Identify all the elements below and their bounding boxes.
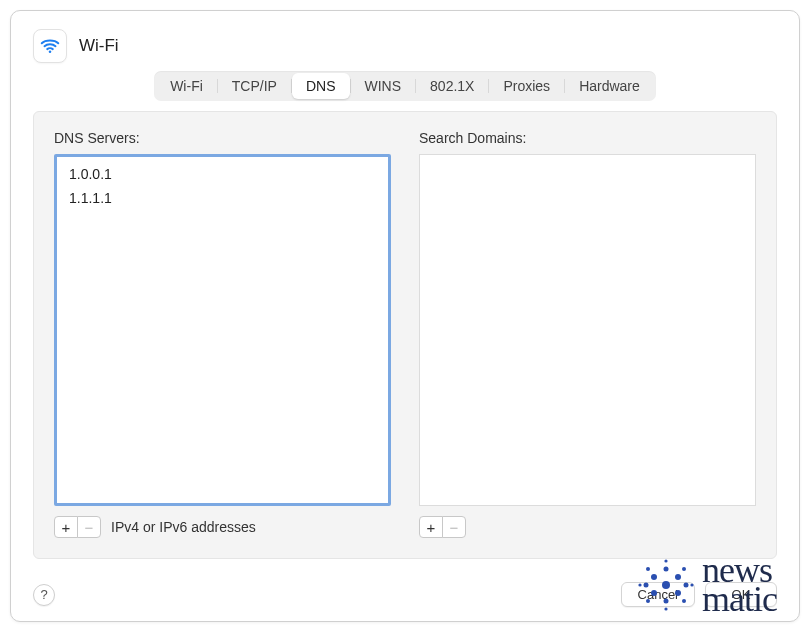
add-search-domain-button[interactable]: + — [419, 516, 443, 538]
help-icon: ? — [40, 587, 47, 602]
tab-hardware[interactable]: Hardware — [565, 73, 654, 99]
minus-icon: − — [85, 520, 94, 535]
action-buttons: Cancel OK — [621, 582, 777, 607]
dns-servers-column: DNS Servers: 1.0.0.1 1.1.1.1 + − IPv4 or… — [54, 130, 391, 538]
search-domains-add-remove-group: + − — [419, 516, 466, 538]
svg-point-15 — [664, 607, 667, 610]
dns-controls-row: + − IPv4 or IPv6 addresses — [54, 516, 391, 538]
network-settings-window: Wi-Fi Wi-Fi TCP/IP DNS WINS 802.1X Proxi… — [10, 10, 800, 622]
tab-dns[interactable]: DNS — [292, 73, 350, 99]
ok-button[interactable]: OK — [705, 582, 777, 607]
dns-servers-list[interactable]: 1.0.0.1 1.1.1.1 — [54, 154, 391, 506]
list-item[interactable]: 1.1.1.1 — [65, 187, 380, 211]
header: Wi-Fi — [11, 11, 799, 71]
plus-icon: + — [62, 520, 71, 535]
plus-icon: + — [427, 520, 436, 535]
svg-point-2 — [651, 574, 657, 580]
page-title: Wi-Fi — [79, 36, 119, 56]
cancel-button[interactable]: Cancel — [621, 582, 695, 607]
search-domains-label: Search Domains: — [419, 130, 756, 146]
dns-servers-label: DNS Servers: — [54, 130, 391, 146]
footer: ? Cancel OK — [33, 582, 777, 607]
tab-wins[interactable]: WINS — [351, 73, 416, 99]
add-dns-button[interactable]: + — [54, 516, 78, 538]
tab-wifi[interactable]: Wi-Fi — [156, 73, 217, 99]
help-button[interactable]: ? — [33, 584, 55, 606]
tab-bar-wrap: Wi-Fi TCP/IP DNS WINS 802.1X Proxies Har… — [11, 71, 799, 101]
svg-point-3 — [675, 574, 681, 580]
tab-proxies[interactable]: Proxies — [489, 73, 564, 99]
tab-8021x[interactable]: 802.1X — [416, 73, 488, 99]
svg-point-14 — [664, 559, 667, 562]
svg-point-11 — [682, 567, 686, 571]
svg-point-10 — [646, 567, 650, 571]
dns-add-remove-group: + − — [54, 516, 101, 538]
remove-dns-button[interactable]: − — [77, 516, 101, 538]
tab-bar: Wi-Fi TCP/IP DNS WINS 802.1X Proxies Har… — [154, 71, 656, 101]
minus-icon: − — [450, 520, 459, 535]
svg-point-6 — [664, 566, 669, 571]
search-domains-column: Search Domains: + − — [419, 130, 756, 538]
svg-point-0 — [49, 50, 52, 53]
search-domains-controls-row: + − — [419, 516, 756, 538]
content-panel: DNS Servers: 1.0.0.1 1.1.1.1 + − IPv4 or… — [33, 111, 777, 559]
tab-tcpip[interactable]: TCP/IP — [218, 73, 291, 99]
dns-hint: IPv4 or IPv6 addresses — [111, 519, 256, 535]
list-item[interactable]: 1.0.0.1 — [65, 163, 380, 187]
search-domains-list[interactable] — [419, 154, 756, 506]
wifi-icon — [33, 29, 67, 63]
remove-search-domain-button[interactable]: − — [442, 516, 466, 538]
